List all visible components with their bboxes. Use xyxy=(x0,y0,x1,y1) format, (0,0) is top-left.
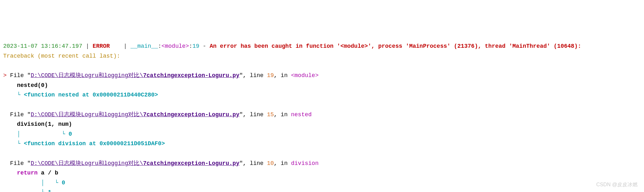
log-message: An error has been caught in function '<m… xyxy=(210,43,581,49)
scope-name: nested xyxy=(291,111,312,118)
scope-name: division xyxy=(291,160,318,167)
tree-connector: └ xyxy=(41,189,48,192)
indent xyxy=(3,170,17,176)
log-timestamp: 2023-11-07 13:16:47.197 xyxy=(3,43,82,49)
file-path-link[interactable]: 7catchingexception-Loguru.py xyxy=(143,111,239,118)
colon: : xyxy=(158,43,161,49)
quote: ", xyxy=(240,72,250,79)
file-path-link[interactable]: D:\CODE\日志模块Logru和logging对比\ xyxy=(31,111,143,118)
log-function: <module> xyxy=(161,43,189,49)
indent xyxy=(3,189,41,192)
separator: | xyxy=(110,43,131,49)
file-path-link[interactable]: 7catchingexception-Loguru.py xyxy=(143,72,239,79)
log-level: ERROR xyxy=(93,43,110,49)
line-label: line xyxy=(250,160,267,167)
quote: ", xyxy=(240,111,250,118)
variable-value: 0 xyxy=(68,131,72,137)
frame-arrow: > xyxy=(3,72,10,79)
file-label: File " xyxy=(10,160,31,167)
file-path-link[interactable]: D:\CODE\日志模块Logru和logging对比\ xyxy=(31,160,143,167)
log-line-number: 19 xyxy=(192,43,199,49)
scope-name: <module> xyxy=(291,72,318,79)
frame-arrow xyxy=(3,111,10,118)
indent xyxy=(3,92,17,98)
frame-arrow xyxy=(3,160,10,167)
indent xyxy=(3,82,17,89)
file-path-link[interactable]: 7catchingexception-Loguru.py xyxy=(143,160,239,167)
tree-connector: └ xyxy=(17,92,24,98)
indent xyxy=(3,180,41,186)
line-label: line xyxy=(250,111,267,118)
quote: ", xyxy=(240,160,250,167)
source-code: division(1, num) xyxy=(17,121,72,127)
variable-value: 0 xyxy=(62,180,65,186)
tree-connector: │ └ xyxy=(17,131,68,137)
colon: : xyxy=(189,43,192,49)
in-label: , in xyxy=(274,160,291,167)
source-code: a / b xyxy=(38,170,58,176)
log-module: __main__ xyxy=(131,43,158,49)
line-label: line xyxy=(250,72,267,79)
dash: - xyxy=(199,43,210,49)
file-label: File " xyxy=(10,72,31,79)
line-number: 15 xyxy=(267,111,274,118)
watermark: CSDN @皮皮冰燃 xyxy=(596,180,638,189)
file-path-link[interactable]: D:\CODE\日志模块Logru和logging对比\ xyxy=(31,72,143,79)
tree-connector: └ xyxy=(17,140,24,147)
variable-value: 1 xyxy=(48,189,51,192)
indent xyxy=(3,121,17,127)
variable-value: <function nested at 0x00000211D440C280> xyxy=(24,92,158,98)
file-label: File " xyxy=(10,111,31,118)
in-label: , in xyxy=(274,72,291,79)
source-code: nested(0) xyxy=(17,82,48,89)
indent xyxy=(3,131,17,137)
line-number: 19 xyxy=(267,72,274,79)
traceback-header: Traceback (most recent call last): xyxy=(3,53,120,59)
variable-value: <function division at 0x00000211D051DAF0… xyxy=(24,140,165,147)
separator: | xyxy=(82,43,92,49)
keyword: return xyxy=(17,170,38,176)
indent xyxy=(3,140,17,147)
in-label: , in xyxy=(274,111,291,118)
line-number: 10 xyxy=(267,160,274,167)
tree-connector: │ └ xyxy=(41,180,62,186)
